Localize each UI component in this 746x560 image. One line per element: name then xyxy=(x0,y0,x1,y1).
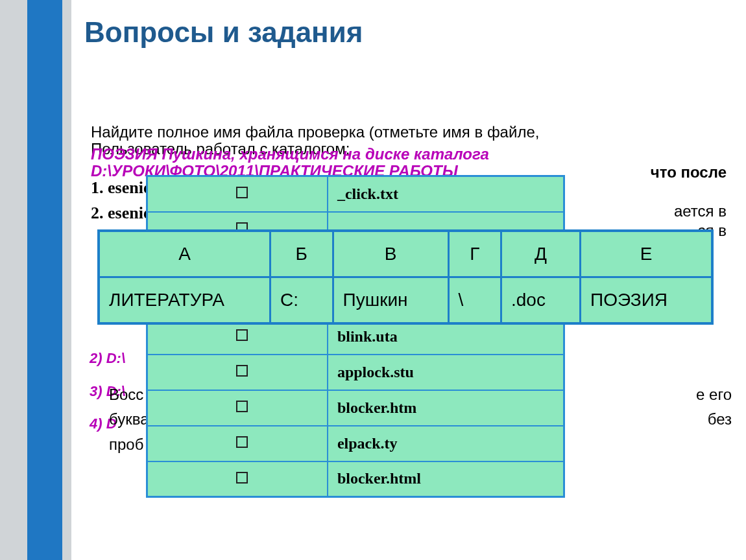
cell-backslash: \ xyxy=(448,277,501,324)
vosst-frag-1: Восс xyxy=(109,386,143,403)
cell-literature: ЛИТЕРАТУРА xyxy=(99,277,270,324)
table-row: _click.txt xyxy=(147,176,564,212)
filename-cell: blocker.html xyxy=(328,461,564,497)
col-A: А xyxy=(99,231,270,277)
table-row: applock.stu xyxy=(147,355,564,390)
table-data-row: ЛИТЕРАТУРА C: Пушкин \ .doc ПОЭЗИЯ xyxy=(99,277,712,324)
col-G: Г xyxy=(448,231,501,277)
col-B: Б xyxy=(270,231,333,277)
vosst-frag-5: проб xyxy=(109,436,143,453)
checkbox-icon[interactable] xyxy=(236,401,248,412)
filename-cell: _click.txt xyxy=(328,176,564,212)
checkbox-cell[interactable] xyxy=(147,461,328,497)
table-row: blocker.html xyxy=(147,461,564,497)
table-row: elpack.ty xyxy=(147,426,564,461)
checkbox-icon[interactable] xyxy=(236,436,248,448)
filename-cell: elpack.ty xyxy=(328,426,564,461)
letter-path-table: А Б В Г Д Е ЛИТЕРАТУРА C: Пушкин \ .doc … xyxy=(97,229,714,325)
filename-cell: blocker.htm xyxy=(328,390,564,426)
numlist-2: 2) D:\ xyxy=(90,342,125,375)
checkbox-icon[interactable] xyxy=(236,472,248,484)
vosst-frag-4: без xyxy=(708,407,732,432)
vosst-frag-3: буква xyxy=(109,410,149,428)
checkbox-cell[interactable] xyxy=(147,390,328,426)
bg-fragment-right-1: что после xyxy=(584,162,727,183)
page-title: Вопросы и задания xyxy=(84,16,363,49)
checkbox-icon[interactable] xyxy=(236,329,248,341)
vosst-frag-2: е его xyxy=(696,382,732,407)
sidebar-band xyxy=(0,0,71,560)
bg-fragment-right-2: ается в xyxy=(655,201,727,222)
checkbox-icon[interactable] xyxy=(236,365,248,377)
checkbox-cell[interactable] xyxy=(147,426,328,461)
filename-cell: applock.stu xyxy=(328,355,564,390)
col-D: Д xyxy=(501,231,580,277)
file-table: _click.txt blink.uta applock.stu blocker… xyxy=(146,175,565,498)
checkbox-cell[interactable] xyxy=(147,355,328,390)
table-header-row: А Б В Г Д Е xyxy=(99,231,712,277)
checkbox-icon[interactable] xyxy=(236,187,248,198)
table-row: blocker.htm xyxy=(147,390,564,426)
cell-doc: .doc xyxy=(501,277,580,324)
cell-drive: C: xyxy=(270,277,333,324)
sidebar-accent xyxy=(27,0,62,560)
checkbox-cell[interactable] xyxy=(147,176,328,212)
col-E: Е xyxy=(581,231,712,277)
cell-pushkin: Пушкин xyxy=(333,277,448,324)
col-C: В xyxy=(333,231,448,277)
cell-poetry: ПОЭЗИЯ xyxy=(581,277,712,324)
